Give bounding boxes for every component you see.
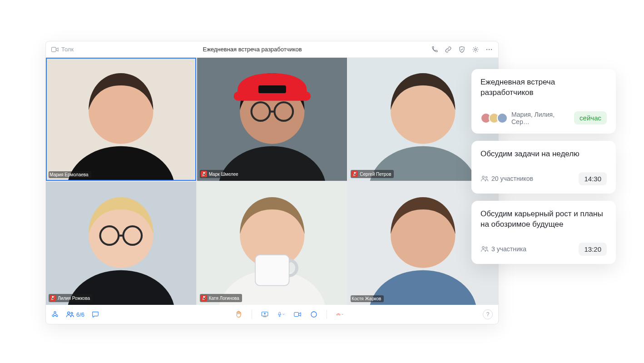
video-toggle-icon[interactable] xyxy=(294,311,301,318)
record-icon[interactable] xyxy=(310,311,317,318)
brand-label: Толк xyxy=(61,46,74,53)
gear-icon[interactable] xyxy=(472,46,479,53)
svg-point-37 xyxy=(68,312,70,314)
participant-name-chip: Лилия Рожкова xyxy=(49,294,93,302)
participant-name-chip: Сергей Петров xyxy=(351,170,394,178)
people-icon xyxy=(481,246,489,252)
participant-name-chip: Мария Ермолаева xyxy=(49,171,91,178)
attendee-names: Мария, Лилия, Сер… xyxy=(511,111,574,125)
people-icon xyxy=(481,175,489,182)
hangup-icon[interactable] xyxy=(336,311,343,318)
chat-icon[interactable] xyxy=(92,311,99,318)
participant-name: Катя Логинова xyxy=(209,296,239,301)
svg-point-1 xyxy=(475,48,476,50)
layout-icon[interactable] xyxy=(51,311,59,318)
svg-point-45 xyxy=(482,247,485,249)
camera-icon xyxy=(51,46,59,53)
svg-point-44 xyxy=(485,177,487,179)
participant-count-row: 20 участников xyxy=(481,175,533,182)
svg-point-3 xyxy=(489,49,490,50)
meeting-card-current[interactable]: Ежедневная встреча разработчиков Мария, … xyxy=(471,69,616,134)
svg-rect-29 xyxy=(255,255,289,286)
svg-point-2 xyxy=(486,49,487,50)
svg-rect-41 xyxy=(294,313,298,317)
video-tile[interactable]: Мария Ермолаева xyxy=(46,58,196,181)
participant-name-chip: Марк Шмелее xyxy=(200,170,241,178)
svg-rect-14 xyxy=(258,85,286,93)
svg-point-46 xyxy=(485,247,487,249)
video-tile[interactable]: Катя Логинова xyxy=(197,182,347,305)
chevron-down-icon[interactable] xyxy=(342,313,343,316)
svg-point-38 xyxy=(71,313,73,314)
help-button[interactable]: ? xyxy=(483,309,493,319)
meeting-card[interactable]: Обсудим задачи на неделю 20 участников 1… xyxy=(471,141,616,194)
participant-name: Мария Ермолаева xyxy=(50,172,89,177)
titlebar-actions xyxy=(431,46,493,53)
video-grid: Мария Ермолаева Марк Шмелее Сергей Петро… xyxy=(46,58,498,305)
brand: Толк xyxy=(51,46,74,53)
participant-count-text: 3 участника xyxy=(491,245,526,253)
titlebar: Толк Ежедневная встреча разработчиков xyxy=(46,41,498,58)
participant-name: Марк Шмелее xyxy=(209,172,238,177)
svg-rect-0 xyxy=(51,47,56,52)
participant-count-row: 3 участника xyxy=(481,245,526,253)
participant-count-label: 6/6 xyxy=(76,311,84,318)
participant-name-chip: Катя Логинова xyxy=(200,294,242,302)
muted-icon xyxy=(201,171,207,177)
participant-count-text: 20 участников xyxy=(491,175,533,182)
share-screen-icon[interactable] xyxy=(261,311,268,318)
mic-icon[interactable] xyxy=(277,311,285,318)
muted-icon xyxy=(352,171,358,177)
meeting-card-title: Обсудим задачи на неделю xyxy=(481,149,607,159)
svg-point-4 xyxy=(491,49,492,50)
meeting-card-title: Обсудим карьерный рост и планы на обозри… xyxy=(481,209,607,230)
meeting-card-title: Ежедневная встреча разработчиков xyxy=(481,77,607,98)
attendee-avatars xyxy=(481,113,508,124)
link-icon[interactable] xyxy=(445,46,452,53)
svg-point-35 xyxy=(52,315,54,317)
more-icon[interactable] xyxy=(485,46,493,53)
meeting-time-chip: 13:20 xyxy=(579,243,607,256)
svg-point-43 xyxy=(482,176,485,179)
meeting-title: Ежедневная встреча разработчиков xyxy=(74,46,431,53)
video-tile[interactable]: Марк Шмелее xyxy=(197,58,347,181)
svg-point-36 xyxy=(56,315,58,317)
shield-icon[interactable] xyxy=(458,46,466,53)
meeting-time-chip: сейчас xyxy=(574,111,607,124)
raise-hand-icon[interactable] xyxy=(235,311,243,318)
muted-icon xyxy=(201,295,207,301)
meeting-time-chip: 14:30 xyxy=(579,172,607,185)
svg-point-42 xyxy=(311,312,317,317)
participant-count[interactable]: 6/6 xyxy=(66,311,84,318)
chevron-down-icon[interactable] xyxy=(282,313,285,316)
video-tile[interactable]: Лилия Рожкова xyxy=(46,182,196,305)
meeting-card[interactable]: Обсудим карьерный рост и планы на обозри… xyxy=(471,201,616,264)
participant-name-chip: Костя Жарков xyxy=(351,295,384,302)
phone-icon[interactable] xyxy=(431,46,438,53)
meetings-sidebar: Ежедневная встреча разработчиков Мария, … xyxy=(471,69,616,264)
bottom-toolbar: 6/6 xyxy=(46,305,498,324)
participant-name: Костя Жарков xyxy=(352,296,381,301)
muted-icon xyxy=(50,295,56,301)
participant-name: Сергей Петров xyxy=(360,172,391,177)
video-conference-window: Толк Ежедневная встреча разработчиков xyxy=(45,41,499,324)
participant-name: Лилия Рожкова xyxy=(58,296,90,301)
svg-rect-40 xyxy=(278,312,280,315)
